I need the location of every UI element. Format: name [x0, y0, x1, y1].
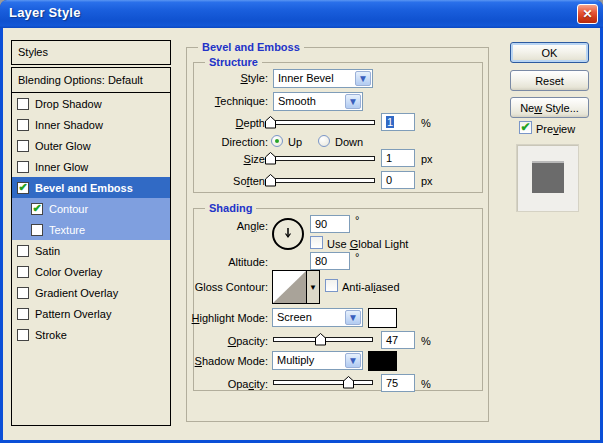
style-item-checkbox[interactable]: ✔ [17, 308, 29, 320]
structure-group-title: Structure [205, 56, 262, 69]
shadow-opacity-label: Opacity: [180, 378, 268, 390]
style-item-checkbox[interactable]: ✔ [17, 140, 29, 152]
titlebar[interactable]: Layer Style ✕ [0, 0, 603, 28]
blending-options-item[interactable]: Blending Options: Default [12, 68, 170, 93]
direction-down-label: Down [335, 136, 363, 148]
shadow-color-swatch[interactable] [368, 351, 397, 371]
preview-checkbox[interactable]: ✔ [519, 121, 532, 134]
style-item-label: Texture [49, 224, 85, 236]
chevron-down-icon[interactable]: ▼ [345, 353, 361, 368]
new-style-button[interactable]: New Style... [510, 97, 589, 118]
style-item-drop-shadow[interactable]: ✔ Drop Shadow [12, 93, 170, 114]
angle-label: Angle: [180, 220, 268, 232]
style-item-inner-shadow[interactable]: ✔ Inner Shadow [12, 114, 170, 135]
altitude-field[interactable]: 80 [310, 252, 350, 270]
style-select[interactable]: Inner Bevel ▼ [273, 69, 373, 88]
highlight-opacity-field[interactable]: 47 [381, 331, 415, 349]
angle-field[interactable]: 90 [310, 215, 350, 233]
style-item-checkbox[interactable]: ✔ [17, 98, 29, 110]
direction-down-radio[interactable] [318, 135, 330, 147]
soften-unit: px [421, 175, 433, 187]
layer-style-dialog: Layer Style ✕ Styles Blending Options: D… [0, 0, 603, 443]
style-item-checkbox[interactable]: ✔ [31, 203, 43, 215]
style-item-outer-glow[interactable]: ✔ Outer Glow [12, 135, 170, 156]
size-slider[interactable] [270, 152, 375, 165]
slider-track[interactable] [273, 380, 373, 385]
chevron-down-icon[interactable]: ▼ [345, 310, 361, 325]
style-item-texture[interactable]: ✔ Texture [12, 219, 170, 240]
check-icon: ✔ [32, 203, 41, 213]
shadow-mode-select[interactable]: Multiply ▼ [272, 351, 363, 370]
use-global-light-checkbox[interactable]: ✔ [310, 236, 323, 249]
slider-thumb[interactable] [343, 376, 354, 389]
highlight-color-swatch[interactable] [368, 308, 397, 328]
highlight-mode-select[interactable]: Screen ▼ [272, 308, 363, 327]
technique-select[interactable]: Smooth ▼ [273, 92, 363, 111]
style-item-checkbox[interactable]: ✔ [31, 224, 43, 236]
preview-thumbnail [516, 144, 579, 212]
style-item-checkbox[interactable]: ✔ [17, 329, 29, 341]
gloss-contour-label: Gloss Contour: [180, 281, 268, 293]
chevron-down-icon[interactable]: ▼ [306, 271, 319, 303]
slider-thumb[interactable] [265, 152, 276, 165]
slider-track[interactable] [270, 156, 375, 161]
highlight-opacity-slider[interactable] [273, 333, 373, 346]
highlight-opacity-unit: % [421, 335, 431, 347]
style-item-contour[interactable]: ✔ Contour [12, 198, 170, 219]
style-item-pattern-overlay[interactable]: ✔ Pattern Overlay [12, 303, 170, 324]
slider-track[interactable] [270, 120, 375, 125]
style-item-label: Inner Shadow [35, 119, 103, 131]
soften-slider[interactable] [270, 174, 375, 187]
style-item-label: Bevel and Emboss [35, 182, 133, 194]
window-title: Layer Style [9, 5, 81, 20]
style-item-label: Pattern Overlay [35, 308, 111, 320]
angle-unit: ° [355, 214, 359, 226]
use-global-light-label: Use Global Light [327, 238, 408, 250]
chevron-down-icon[interactable]: ▼ [345, 94, 361, 109]
soften-field[interactable]: 0 [381, 171, 415, 189]
size-field[interactable]: 1 [381, 149, 415, 167]
highlight-mode-label: Highlight Mode: [180, 312, 268, 324]
gloss-contour-picker[interactable]: ▼ [272, 270, 320, 304]
style-item-inner-glow[interactable]: ✔ Inner Glow [12, 156, 170, 177]
check-icon: ✔ [18, 182, 27, 192]
slider-thumb[interactable] [265, 116, 276, 129]
preview-bevel-swatch [532, 161, 564, 193]
ok-button[interactable]: OK [510, 42, 589, 63]
highlight-opacity-label: Opacity: [180, 335, 268, 347]
slider-thumb[interactable] [315, 333, 326, 346]
style-item-color-overlay[interactable]: ✔ Color Overlay [12, 261, 170, 282]
reset-button[interactable]: Reset [510, 70, 589, 91]
depth-slider[interactable] [270, 116, 375, 129]
angle-dial[interactable] [270, 216, 306, 252]
style-item-checkbox[interactable]: ✔ [17, 287, 29, 299]
style-item-label: Inner Glow [35, 161, 88, 173]
slider-track[interactable] [270, 178, 375, 183]
shadow-opacity-unit: % [421, 378, 431, 390]
anti-aliased-checkbox[interactable]: ✔ [325, 279, 338, 292]
style-item-checkbox[interactable]: ✔ [17, 266, 29, 278]
style-item-gradient-overlay[interactable]: ✔ Gradient Overlay [12, 282, 170, 303]
style-item-checkbox[interactable]: ✔ [17, 245, 29, 257]
shadow-opacity-field[interactable]: 75 [381, 374, 415, 392]
style-item-satin[interactable]: ✔ Satin [12, 240, 170, 261]
style-item-stroke[interactable]: ✔ Stroke [12, 324, 170, 345]
style-item-bevel-and-emboss[interactable]: ✔ Bevel and Emboss [12, 177, 170, 198]
style-item-checkbox[interactable]: ✔ [17, 161, 29, 173]
direction-label: Direction: [180, 136, 268, 148]
style-item-checkbox[interactable]: ✔ [17, 119, 29, 131]
close-button[interactable]: ✕ [577, 4, 598, 24]
shadow-opacity-slider[interactable] [273, 376, 373, 389]
size-unit: px [421, 153, 433, 165]
style-item-label: Outer Glow [35, 140, 91, 152]
chevron-down-icon[interactable]: ▼ [355, 71, 371, 86]
technique-label: Technique: [180, 95, 268, 107]
style-item-checkbox[interactable]: ✔ [17, 182, 29, 194]
depth-field[interactable]: 1 [381, 113, 415, 131]
styles-panel-header: Styles [11, 40, 171, 65]
style-item-label: Drop Shadow [35, 98, 102, 110]
direction-up-label: Up [288, 136, 302, 148]
slider-thumb[interactable] [265, 174, 276, 187]
direction-up-radio[interactable] [271, 135, 283, 147]
close-icon: ✕ [582, 7, 592, 21]
